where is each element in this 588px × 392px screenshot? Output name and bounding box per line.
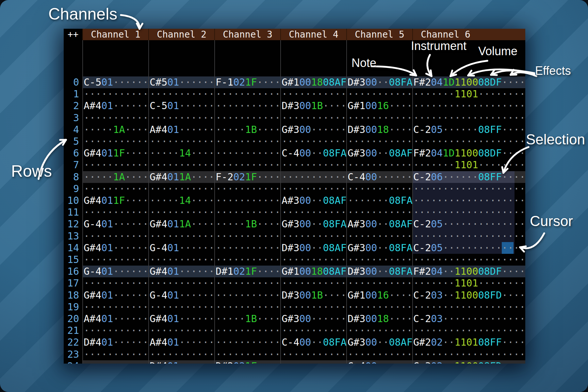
channel-header-6[interactable]: Channel 6 [413,29,478,40]
pattern-cell-ch3[interactable]: ··········· [216,254,281,266]
pattern-cell-ch6[interactable]: ··················· [413,100,525,112]
pattern-cell-ch3[interactable]: ·····1B···· [216,313,281,325]
pattern-cell-ch2[interactable]: ··········· [150,136,215,147]
pattern-cell-ch4[interactable]: C-400··08FA [282,336,347,348]
pattern-cell-ch3[interactable]: ··········· [216,230,281,242]
pattern-cell-ch4[interactable]: ··········· [282,206,347,218]
pattern-cell-ch3[interactable]: ··········· [216,100,281,112]
pattern-cell-ch5[interactable]: G#10016···· [348,289,413,301]
pattern-cell-ch2[interactable]: ··········· [150,325,215,336]
pattern-cell-ch2[interactable]: ··········· [150,349,215,360]
pattern-cell-ch1[interactable]: A#401······ [84,313,149,325]
pattern-cell-ch3[interactable]: ·····1B···· [216,218,281,230]
pattern-cell-ch1[interactable]: ··········· [84,136,149,147]
pattern-cell-ch3[interactable]: ··········· [216,301,281,313]
pattern-cell-ch2[interactable]: ··········· [150,254,215,266]
pattern-cell-ch4[interactable]: ··········· [282,159,347,171]
pattern-cell-ch1[interactable]: C-501······ [84,76,149,88]
pattern-cell-ch4[interactable]: ··········· [282,230,347,242]
pattern-cell-ch2[interactable]: G#401······ [150,313,215,325]
pattern-cell-ch5[interactable]: ··········· [348,254,413,266]
pattern-cell-ch5[interactable]: ··········· [348,112,413,124]
pattern-cell-ch1[interactable]: ··········· [84,230,149,242]
pattern-cell-ch4[interactable]: D#300··08AF [282,242,347,254]
pattern-cell-ch2[interactable]: A#401······ [150,124,215,136]
pattern-cell-ch6[interactable]: F#204··110008DF···· [413,266,525,277]
pattern-cell-ch4[interactable]: G#300······ [282,313,347,325]
pattern-cell-ch6[interactable]: ··················· [413,195,525,206]
pattern-cell-ch4[interactable]: ··········· [282,183,347,195]
pattern-cell-ch3[interactable]: ··········· [216,147,281,159]
pattern-cell-ch4[interactable]: ··········· [282,254,347,266]
pattern-cell-ch5[interactable]: G#300··08AF [348,147,413,159]
pattern-cell-ch2[interactable]: C-501······ [150,100,215,112]
pattern-cell-ch1[interactable]: ··········· [84,206,149,218]
pattern-cell-ch2[interactable]: D#401······ [150,360,215,364]
pattern-cell-ch4[interactable]: ··········· [282,136,347,147]
pattern-cell-ch3[interactable]: ··········· [216,195,281,206]
pattern-cell-ch5[interactable]: ··········· [348,325,413,336]
pattern-cell-ch4[interactable]: ··········· [282,112,347,124]
pattern-cell-ch5[interactable]: ··········· [348,349,413,360]
pattern-cell-ch4[interactable]: ··········· [282,325,347,336]
pattern-cell-ch2[interactable]: ··········· [150,183,215,195]
pattern-cell-ch1[interactable]: ··········· [84,254,149,266]
pattern-cell-ch2[interactable]: ··········· [150,88,215,100]
add-channel-button[interactable]: ++ [64,29,82,40]
pattern-cell-ch2[interactable]: G#401······ [150,266,215,277]
pattern-cell-ch2[interactable]: ··········· [150,230,215,242]
pattern-cell-ch3[interactable]: ··········· [216,277,281,289]
pattern-cell-ch2[interactable]: ··········· [150,206,215,218]
pattern-cell-ch3[interactable]: ·····1B···· [216,124,281,136]
pattern-cell-ch2[interactable]: G#4011A···· [150,218,215,230]
pattern-cell-ch6[interactable]: C-203··110008FD···· [413,289,525,301]
pattern-cell-ch4[interactable]: ··········· [282,88,347,100]
pattern-cell-ch4[interactable]: D#3001B···· [282,289,347,301]
pattern-cell-ch1[interactable]: G#4011F···· [84,147,149,159]
pattern-cell-ch1[interactable]: ··········· [84,159,149,171]
pattern-cell-ch1[interactable]: G-401······ [84,266,149,277]
pattern-cell-ch4[interactable]: G#1001808AF [282,76,347,88]
pattern-cell-ch5[interactable]: G#300··08FA [348,242,413,254]
pattern-cell-ch3[interactable]: ··········· [216,242,281,254]
pattern-cell-ch3[interactable]: ··········· [216,159,281,171]
pattern-cell-ch4[interactable]: A#300··08AF [282,195,347,206]
pattern-cell-ch2[interactable]: ··········· [150,112,215,124]
pattern-cell-ch1[interactable]: ··········· [84,301,149,313]
pattern-cell-ch6[interactable]: C-205·············· [413,218,525,230]
pattern-cell-ch5[interactable]: A#300··08AF [348,218,413,230]
pattern-cell-ch6[interactable]: C-205·············· [413,242,525,254]
pattern-cell-ch6[interactable]: C-203·············· [413,313,525,325]
pattern-cell-ch4[interactable]: G#300······ [282,124,347,136]
pattern-cell-ch1[interactable]: ··········· [84,360,149,364]
pattern-cell-ch5[interactable]: G#300··08AF [348,336,413,348]
pattern-cell-ch6[interactable]: ··················· [413,136,525,147]
pattern-cell-ch2[interactable]: ·····14···· [150,147,215,159]
pattern-cell-ch6[interactable]: ·······1101········ [413,277,525,289]
pattern-cell-ch5[interactable]: D#300··08FA [348,266,413,277]
pattern-cell-ch3[interactable]: ··········· [216,183,281,195]
pattern-cell-ch5[interactable]: ··········· [348,88,413,100]
pattern-cell-ch6[interactable]: ··················· [413,325,525,336]
pattern-cell-ch2[interactable]: ·····14···· [150,195,215,206]
pattern-cell-ch1[interactable]: ·····1A···· [84,124,149,136]
pattern-cell-ch5[interactable]: D#30018···· [348,124,413,136]
pattern-cell-ch1[interactable]: ··········· [84,349,149,360]
pattern-cell-ch5[interactable]: ··········· [348,136,413,147]
pattern-cell-ch6[interactable]: G#202··110108FF···· [413,336,525,348]
channel-header-2[interactable]: Channel 2 [149,29,214,40]
pattern-cell-ch6[interactable]: ·······1101········ [413,159,525,171]
pattern-cell-ch2[interactable]: ··········· [150,159,215,171]
pattern-cell-ch5[interactable]: D#300··08FA [348,76,413,88]
pattern-cell-ch3[interactable]: ··········· [216,349,281,360]
pattern-cell-ch6[interactable]: ··················· [413,301,525,313]
pattern-cell-ch6[interactable]: ··················· [413,206,525,218]
pattern-cell-ch4[interactable]: ··········· [282,277,347,289]
pattern-cell-ch1[interactable]: G-401······ [84,218,149,230]
channel-header-3[interactable]: Channel 3 [215,29,280,40]
pattern-cell-ch1[interactable]: G#401······ [84,289,149,301]
channel-header-4[interactable]: Channel 4 [281,29,346,40]
pattern-cell-ch3[interactable]: ··········· [216,136,281,147]
pattern-cell-ch1[interactable]: ··········· [84,112,149,124]
pattern-cell-ch3[interactable]: F-1021F···· [216,76,281,88]
